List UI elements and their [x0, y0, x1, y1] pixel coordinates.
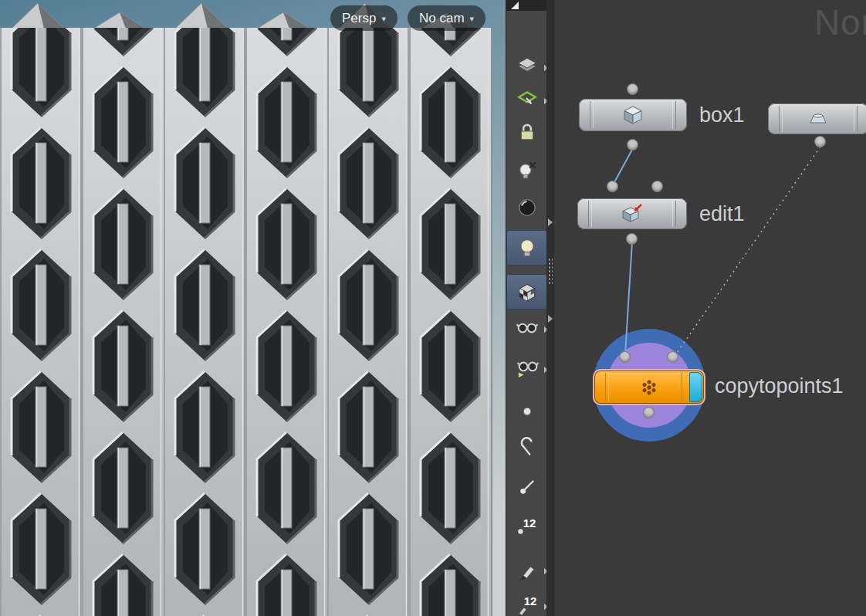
- wire-tube-to-copytopoints1[interactable]: [675, 147, 820, 355]
- high-quality-shading-icon: [516, 280, 539, 303]
- chevron-down-icon: ▾: [470, 14, 475, 24]
- box-icon: [622, 104, 644, 126]
- node-input-connector[interactable]: [652, 181, 662, 191]
- tool-point-numbers[interactable]: 12: [511, 509, 543, 542]
- node-label: box1: [699, 103, 745, 127]
- point-numbers-label: 12: [523, 516, 536, 530]
- tool-ghost-glasses[interactable]: [511, 351, 543, 384]
- network-editor[interactable]: Nor box1: [554, 0, 866, 616]
- construction-plane-icon: [516, 87, 539, 110]
- pane-grip-handle[interactable]: [548, 258, 553, 286]
- node-output-flag[interactable]: [689, 372, 702, 402]
- tool-display-hooks[interactable]: [511, 431, 543, 463]
- display-hooks-icon: [516, 435, 539, 459]
- node-output-connector[interactable]: [815, 137, 825, 147]
- node-tube-body[interactable]: [768, 103, 866, 134]
- node-edit1-body[interactable]: [577, 198, 687, 229]
- viewport-render: [0, 0, 506, 616]
- node-tube-partial[interactable]: [768, 103, 866, 134]
- copy-to-points-icon: [638, 377, 660, 398]
- node-wires: [554, 0, 866, 616]
- node-input-connector[interactable]: [668, 352, 678, 362]
- tool-display-normals[interactable]: [511, 471, 543, 503]
- wire-edit1-to-copytopoints1[interactable]: [625, 242, 632, 354]
- pane-expand-arrow-icon[interactable]: [548, 315, 553, 323]
- tool-lights-normal[interactable]: [506, 230, 547, 266]
- lock-icon: [516, 120, 539, 144]
- node-output-connector[interactable]: [627, 234, 637, 244]
- primitive-numbers-label: 12: [523, 594, 536, 608]
- node-edit1[interactable]: edit1: [577, 198, 687, 229]
- tool-display-markers[interactable]: [511, 553, 543, 585]
- tool-reference-planes[interactable]: [511, 49, 543, 82]
- display-options-toolbar: 12 12: [506, 0, 547, 616]
- toolbar-header[interactable]: [506, 0, 547, 11]
- edit-icon: [621, 203, 643, 225]
- tool-display-points[interactable]: [511, 395, 543, 428]
- node-output-connector[interactable]: [628, 140, 638, 150]
- smooth-glasses-icon: [516, 316, 539, 339]
- lattice-geometry[interactable]: [0, 3, 492, 616]
- node-copytopoints1-body[interactable]: [593, 369, 705, 405]
- point-numbers-icon: 12: [516, 514, 539, 537]
- node-box1-body[interactable]: [579, 99, 687, 131]
- tool-primitive-numbers[interactable]: 12: [511, 588, 543, 616]
- display-markers-icon: [516, 557, 539, 580]
- scene-viewport[interactable]: Persp ▾ No cam ▾: [0, 0, 506, 616]
- houdini-window: Persp ▾ No cam ▾: [0, 0, 866, 616]
- tool-lights-off[interactable]: [511, 154, 543, 187]
- tool-headlight[interactable]: [511, 191, 543, 224]
- display-points-icon: [516, 400, 539, 423]
- reference-planes-icon: [516, 54, 539, 77]
- expand-arrow-icon: [506, 0, 522, 11]
- pane-divider[interactable]: [546, 0, 554, 616]
- headlight-icon: [516, 196, 539, 219]
- node-copytopoints1[interactable]: copytopoints1: [593, 369, 702, 402]
- lights-normal-icon: [516, 236, 539, 259]
- camera-select-menu[interactable]: No cam ▾: [408, 5, 485, 31]
- node-input-connector[interactable]: [628, 84, 638, 94]
- chevron-down-icon: ▾: [381, 14, 386, 24]
- tube-icon: [807, 108, 829, 130]
- ghost-glasses-icon: [516, 356, 539, 379]
- tool-construction-plane[interactable]: [511, 83, 543, 115]
- tool-high-quality-shading[interactable]: [506, 274, 547, 310]
- node-label: copytopoints1: [715, 374, 844, 398]
- perspective-view-label: Persp: [342, 11, 376, 26]
- display-normals-icon: [516, 476, 539, 499]
- pane-expand-arrow-icon[interactable]: [548, 218, 553, 226]
- node-box1[interactable]: box1: [579, 99, 687, 131]
- camera-select-label: No cam: [419, 11, 465, 26]
- node-input-connector[interactable]: [607, 181, 617, 191]
- node-output-connector[interactable]: [644, 408, 654, 418]
- perspective-view-menu[interactable]: Persp ▾: [330, 5, 397, 31]
- wire-box1-to-edit1[interactable]: [614, 148, 633, 184]
- node-input-connector[interactable]: [620, 352, 630, 362]
- tool-smooth-glasses[interactable]: [511, 311, 543, 344]
- node-label: edit1: [699, 202, 745, 226]
- tool-lock[interactable]: [511, 116, 543, 148]
- primitive-numbers-icon: 12: [516, 593, 539, 616]
- lights-off-icon: [516, 159, 539, 182]
